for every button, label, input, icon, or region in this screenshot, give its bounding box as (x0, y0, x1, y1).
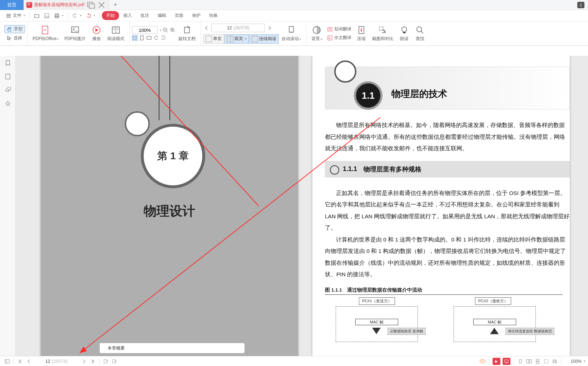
background-button[interactable]: 背景▾ (308, 24, 325, 43)
auto-scroll-button[interactable]: 自动滚动▾ (279, 24, 304, 43)
svg-rect-41 (544, 360, 548, 363)
compress-button[interactable]: 压缩 (354, 24, 369, 43)
notification-badge[interactable]: 1 (577, 2, 584, 8)
zoom-input[interactable] (132, 26, 158, 34)
menu-start[interactable]: 开始 (102, 11, 119, 20)
page-number-input[interactable]: 12 (28/378) (211, 24, 265, 32)
chapter-badge: 第 1 章 (141, 124, 205, 188)
svg-rect-42 (553, 360, 557, 363)
menu-toggle-button[interactable]: 文件 ▾ (4, 11, 27, 20)
actual-view-icon[interactable] (550, 357, 559, 365)
detach-window-icon[interactable] (87, 1, 95, 9)
reading-mode-button[interactable]: 阅读模式 (104, 24, 127, 43)
hand-tool-button[interactable]: 手型 (4, 25, 25, 33)
menu-page[interactable]: 页面 (171, 11, 188, 20)
subsection-number: 1.1.1 (343, 165, 357, 173)
rotate-document-button[interactable]: 旋转文档 (176, 24, 198, 43)
svg-rect-19 (289, 26, 293, 32)
first-page-icon[interactable] (16, 357, 25, 365)
undo-button[interactable]: ▾ (70, 12, 84, 20)
pdf-to-image-button[interactable]: PDF转图片 (61, 24, 89, 43)
fit-page-icon[interactable] (139, 35, 145, 41)
prev-page-icon[interactable] (203, 24, 210, 32)
fit-width-icon[interactable] (132, 35, 138, 41)
crop-compare-button[interactable]: 截图和对比 (369, 24, 396, 43)
attachment-icon[interactable] (4, 86, 12, 94)
next-page-icon[interactable] (266, 24, 273, 32)
rotate-document-label: 旋转文档 (178, 36, 196, 42)
find-button[interactable]: 查找 (412, 24, 428, 43)
read-aloud-button[interactable]: 朗读 (396, 24, 412, 43)
main-area: 第 1 章 物理设计 本章概要 1.1 物理层的技术 物理层是所有网络技术的根基… (0, 56, 588, 356)
side-panel (0, 56, 16, 356)
single-view-icon[interactable] (516, 357, 525, 365)
arrow-up-icon (490, 328, 499, 334)
continuous-button[interactable]: 连续阅读 (249, 34, 279, 44)
rotate-left-icon[interactable] (153, 35, 159, 41)
home-tab[interactable]: 首页 (0, 0, 24, 10)
menu-comment[interactable]: 批注 (136, 11, 153, 20)
mac-frame-1: MAC 帧 (355, 319, 398, 325)
export-page-icon[interactable] (110, 357, 119, 365)
menu-edit[interactable]: 编辑 (153, 11, 171, 20)
redo-button[interactable]: ▾ (84, 12, 97, 20)
close-tab-icon[interactable] (97, 1, 106, 9)
svg-rect-4 (55, 14, 58, 15)
double-view-icon[interactable] (525, 357, 533, 365)
file-menu-label: 文件 (13, 13, 21, 19)
status-slideshow-icon[interactable] (503, 358, 510, 365)
zoom-out-icon[interactable] (163, 27, 168, 33)
svg-rect-36 (519, 360, 522, 363)
svg-rect-31 (5, 360, 9, 363)
last-page-icon[interactable] (88, 357, 97, 365)
document-tab[interactable]: 图解服务器端网络架构.pdf (24, 0, 109, 10)
rotate-right-icon[interactable] (160, 35, 166, 41)
prev-page-sb-icon[interactable] (25, 357, 33, 365)
pdf-to-office-button[interactable]: W PDF转Office▾ (30, 24, 61, 43)
pdf-icon (26, 2, 32, 8)
auto-scroll-label: 自动滚动 (282, 36, 299, 41)
menu-protect[interactable]: 保护 (188, 11, 205, 20)
zoom-caret-icon: ▾ (584, 360, 585, 363)
fit-view-icon[interactable] (542, 357, 550, 365)
select-tool-button[interactable]: 选择 (4, 34, 25, 42)
double-page-label: 双页 (234, 36, 243, 42)
document-viewport[interactable]: 第 1 章 物理设计 本章概要 1.1 物理层的技术 物理层是所有网络技术的根基… (16, 56, 588, 356)
document-name: 图解服务器端网络架构.pdf (34, 2, 84, 8)
next-page-sb-icon[interactable] (80, 357, 88, 365)
play-button[interactable]: 播放 (89, 24, 104, 43)
new-tab-button[interactable]: + (111, 1, 120, 9)
panel-toggle-icon[interactable] (3, 357, 11, 365)
gear-decoration-icon (125, 111, 150, 136)
open-button[interactable] (32, 12, 42, 20)
background-label: 背景 (311, 36, 320, 41)
eye-icon[interactable] (478, 357, 487, 365)
pdf-to-image-label: PDF转图片 (64, 36, 86, 42)
status-zoom[interactable]: 100% ▾ (564, 359, 585, 364)
full-translate-button[interactable]: A 全文翻译 (325, 34, 354, 42)
double-page-button[interactable]: 双页 ▾ (224, 34, 249, 44)
word-translate-button[interactable]: 划词翻译 (325, 25, 354, 33)
status-page-input[interactable]: 12 (28/378) (33, 358, 80, 365)
stamp-icon[interactable] (4, 99, 12, 108)
statusbar: 12 (28/378) ▶ 100% ▾ (0, 356, 588, 366)
thumbnail-icon[interactable] (4, 72, 12, 81)
actual-size-icon[interactable] (146, 35, 152, 41)
add-page-icon[interactable] (102, 357, 110, 365)
svg-rect-18 (184, 27, 189, 33)
save-button[interactable] (42, 12, 52, 20)
single-page-button[interactable]: 单页 (203, 34, 224, 44)
full-translate-label: 全文翻译 (334, 35, 351, 41)
play-label: 播放 (92, 36, 101, 41)
menu-insert[interactable]: 插入 (119, 11, 136, 20)
paragraph-3: 计算机的世界是由 0 和 1 这两个数字构成的。0 和 1 叫作比特，连续的比特… (325, 234, 570, 280)
status-play-icon[interactable]: ▶ (493, 358, 500, 365)
bookmark-icon[interactable] (4, 59, 12, 67)
menu-convert[interactable]: 转换 (205, 11, 222, 20)
zoom-in-icon[interactable] (170, 27, 176, 33)
zoom-dropdown-icon[interactable]: ▾ (160, 29, 161, 32)
page-right: 1.1 物理层的技术 物理层是所有网络技术的根基。如今，随着网络的高速发展，存储… (312, 56, 570, 356)
continuous-view-icon[interactable] (533, 357, 542, 365)
mac-frame-2: MAC 帧 (473, 319, 516, 325)
print-button[interactable]: ▾ (52, 12, 65, 20)
